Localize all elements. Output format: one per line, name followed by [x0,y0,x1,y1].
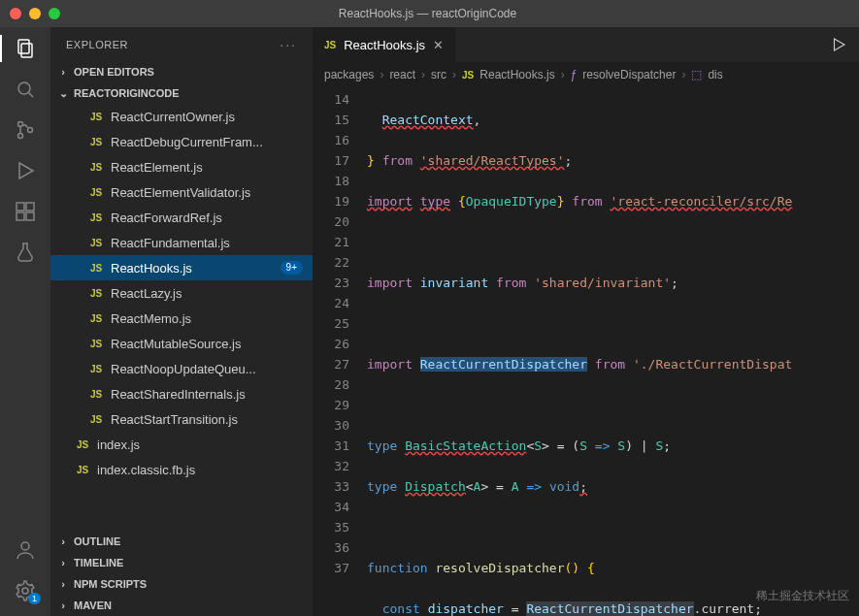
maven-section[interactable]: ›MAVEN [50,595,313,616]
file-name: ReactDebugCurrentFram... [111,135,263,149]
search-icon[interactable] [14,78,37,101]
svg-point-13 [22,588,28,594]
npm-scripts-section[interactable]: ›NPM SCRIPTS [50,573,313,595]
file-item[interactable]: JSindex.classic.fb.js [50,457,313,482]
svg-rect-11 [26,203,34,211]
folder-section[interactable]: ⌄REACTORIGINCODE [50,82,313,104]
file-item[interactable]: JSReactHooks.js9+ [50,255,313,280]
file-name: ReactStartTransition.js [111,412,238,427]
source-control-icon[interactable] [14,118,37,142]
file-item[interactable]: JSReactNoopUpdateQueu... [50,356,313,381]
breadcrumbs[interactable]: packages› react› src› JSReactHooks.js› ƒ… [313,62,859,87]
explorer-more-icon[interactable]: ··· [280,37,297,52]
file-name: ReactSharedInternals.js [111,387,246,402]
file-name: ReactCurrentOwner.js [111,110,235,124]
js-file-icon: JS [74,439,91,450]
js-file-icon: JS [87,212,105,223]
file-name: ReactForwardRef.js [111,211,222,225]
svg-rect-9 [17,212,24,220]
file-item[interactable]: JSReactMutableSource.js [50,331,313,356]
js-file-icon: JS [87,414,105,425]
window-titlebar: ReactHooks.js — reactOriginCode [0,0,859,27]
file-item[interactable]: JSReactCurrentOwner.js [50,104,313,129]
file-item[interactable]: JSReactMemo.js [50,306,313,331]
svg-rect-0 [18,40,29,53]
file-item[interactable]: JSindex.js [50,432,313,457]
testing-icon[interactable] [14,241,37,264]
tab-reacthooks[interactable]: JS ReactHooks.js ✕ [313,27,456,62]
tab-close-icon[interactable]: ✕ [433,38,444,52]
svg-marker-7 [19,163,33,178]
file-item[interactable]: JSReactLazy.js [50,280,313,306]
js-file-icon: JS [87,313,105,324]
explorer-sidebar: EXPLORER ··· ›OPEN EDITORS ⌄REACTORIGINC… [50,27,313,616]
file-item[interactable]: JSReactStartTransition.js [50,406,313,432]
js-file-icon: JS [74,465,91,475]
svg-line-3 [29,93,34,98]
js-file-icon: JS [87,364,105,374]
code-editor[interactable]: 1415161718192021222324252627282930313233… [313,87,859,616]
file-name: ReactElement.js [111,160,203,175]
js-file-icon: JS [87,263,105,274]
js-file-icon: JS [324,40,336,50]
js-file-icon: JS [462,70,474,81]
file-name: ReactHooks.js [111,261,192,276]
file-name: ReactNoopUpdateQueu... [111,362,256,376]
js-file-icon: JS [87,339,105,349]
explorer-title: EXPLORER [66,39,128,50]
js-file-icon: JS [87,389,105,400]
problems-badge: 9+ [281,261,303,275]
code-content[interactable]: ReactContext, } from 'shared/ReactTypes'… [367,87,859,616]
settings-badge: 1 [28,593,41,604]
js-file-icon: JS [87,187,105,198]
svg-rect-10 [26,212,34,220]
svg-rect-8 [17,203,24,211]
js-file-icon: JS [87,238,105,248]
file-name: index.classic.fb.js [97,463,195,477]
window-title: ReactHooks.js — reactOriginCode [60,7,795,20]
explorer-icon[interactable] [14,37,37,60]
file-item[interactable]: JSReactElement.js [50,154,313,179]
line-number-gutter: 1415161718192021222324252627282930313233… [313,87,367,616]
svg-point-6 [28,128,33,133]
svg-point-5 [18,134,23,139]
file-item[interactable]: JSReactElementValidator.js [50,179,313,205]
file-item[interactable]: JSReactFundamental.js [50,230,313,255]
file-item[interactable]: JSReactSharedInternals.js [50,381,313,406]
function-icon: ƒ [571,68,578,81]
file-name: ReactMutableSource.js [111,337,241,351]
js-file-icon: JS [87,288,105,299]
svg-point-4 [18,122,23,127]
file-name: ReactElementValidator.js [111,185,250,200]
file-item[interactable]: JSReactDebugCurrentFram... [50,129,313,154]
editor-tabs: JS ReactHooks.js ✕ [313,27,859,62]
extensions-icon[interactable] [14,200,37,223]
svg-marker-14 [835,39,845,50]
timeline-section[interactable]: ›TIMELINE [50,552,313,573]
run-file-icon[interactable] [818,27,859,62]
open-editors-section[interactable]: ›OPEN EDITORS [50,61,313,82]
accounts-icon[interactable] [14,538,37,562]
outline-section[interactable]: ›OUTLINE [50,531,313,552]
js-file-icon: JS [87,162,105,173]
run-debug-icon[interactable] [14,159,37,182]
file-name: ReactLazy.js [111,286,182,301]
js-file-icon: JS [87,137,105,147]
svg-point-12 [21,542,29,550]
activity-bar: 1 [0,27,50,616]
watermark-text: 稀土掘金技术社区 [756,586,849,606]
file-name: ReactMemo.js [111,311,191,326]
variable-icon: ⬚ [691,68,702,81]
file-tree: JSReactCurrentOwner.jsJSReactDebugCurren… [50,104,313,531]
minimize-window-button[interactable] [29,8,41,19]
settings-gear-icon[interactable]: 1 [14,579,37,602]
file-name: index.js [97,438,140,452]
js-file-icon: JS [87,112,105,122]
close-window-button[interactable] [10,8,21,19]
svg-rect-1 [21,44,32,57]
svg-point-2 [18,82,30,94]
file-item[interactable]: JSReactForwardRef.js [50,205,313,230]
maximize-window-button[interactable] [49,8,60,19]
editor-area: JS ReactHooks.js ✕ packages› react› src›… [313,27,859,616]
file-name: ReactFundamental.js [111,236,230,250]
